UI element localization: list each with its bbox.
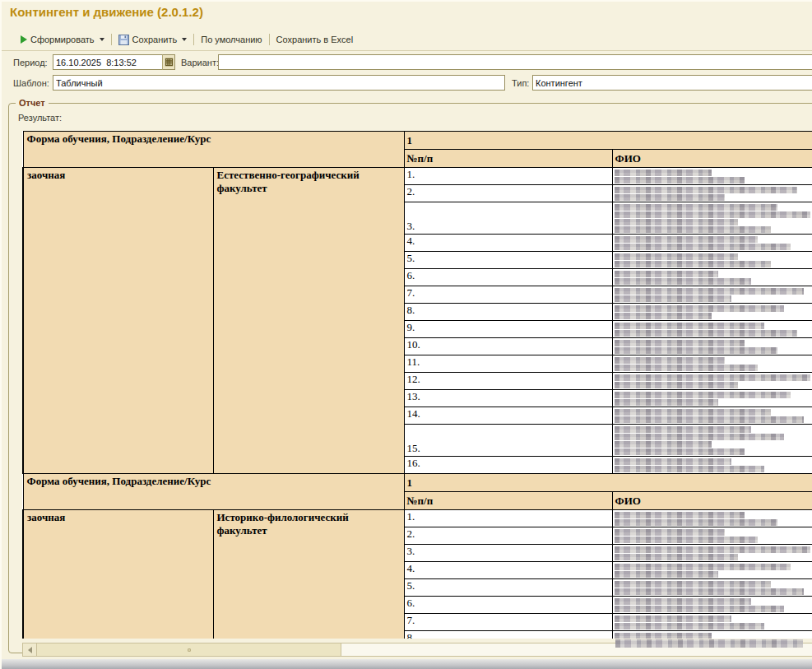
scrollbar-thumb[interactable]: [37, 643, 341, 656]
fio-cell[interactable]: [612, 252, 812, 269]
report-window: Контингент и движение (2.0.1.2) Сформиро…: [0, 0, 812, 669]
result-label: Результат:: [18, 113, 62, 123]
redacted-name: [615, 588, 804, 595]
row-number-cell[interactable]: 5.: [404, 252, 612, 269]
period-input[interactable]: [53, 54, 163, 70]
window-bottom-edge: [2, 659, 812, 669]
redacted-name: [615, 581, 771, 588]
row-number-cell[interactable]: 7.: [404, 286, 612, 304]
toolbar: Сформировать Сохранить По умолчанию Сохр…: [16, 31, 357, 48]
fio-cell[interactable]: [612, 269, 812, 286]
redacted-name: [615, 512, 745, 518]
form-cell[interactable]: заочная: [23, 168, 213, 474]
row-number-cell[interactable]: 10.: [404, 338, 612, 355]
fio-cell[interactable]: [612, 579, 812, 597]
redacted-name: [615, 606, 784, 612]
fio-cell[interactable]: [612, 286, 812, 304]
row-number-cell[interactable]: 14.: [404, 407, 612, 425]
redacted-name: [615, 288, 804, 295]
chevron-down-icon[interactable]: [182, 38, 187, 41]
row-number-cell[interactable]: 3.: [404, 202, 612, 235]
fio-header[interactable]: ФИО: [612, 150, 812, 168]
num-header[interactable]: №п/п: [404, 150, 612, 168]
redacted-name: [615, 416, 804, 423]
fio-cell[interactable]: [612, 355, 812, 373]
row-number-cell[interactable]: 2.: [404, 527, 612, 545]
fio-cell[interactable]: [612, 457, 812, 474]
redacted-name: [615, 529, 725, 536]
type-input[interactable]: [532, 75, 812, 91]
period-picker-button[interactable]: [162, 54, 175, 70]
save-button[interactable]: Сохранить: [114, 33, 192, 47]
redacted-name: [615, 392, 791, 398]
row-number-cell[interactable]: 11.: [404, 355, 612, 373]
report-grid[interactable]: Форма обучения, Подразделение/Курс1№п/пФ…: [22, 131, 812, 639]
floppy-disk-icon: [118, 35, 129, 45]
fio-cell[interactable]: [612, 373, 812, 390]
row-number-cell[interactable]: 6.: [404, 597, 612, 614]
row-number-cell[interactable]: 9.: [404, 321, 612, 338]
scroll-left-button[interactable]: [23, 643, 37, 656]
fio-cell[interactable]: [612, 168, 812, 185]
generate-button-label: Сформировать: [30, 35, 95, 44]
fio-cell[interactable]: [612, 407, 812, 425]
fio-cell[interactable]: [612, 304, 812, 321]
redacted-name: [615, 537, 758, 543]
redacted-name: [615, 434, 784, 440]
row-number-cell[interactable]: 1.: [404, 510, 612, 527]
course-header[interactable]: 1: [404, 474, 812, 492]
fio-cell[interactable]: [612, 545, 812, 562]
redacted-name: [615, 598, 751, 605]
row-number-cell[interactable]: 1.: [404, 168, 612, 185]
chevron-down-icon[interactable]: [100, 38, 104, 41]
department-cell[interactable]: Историко-филологический факультет: [213, 510, 404, 639]
department-cell[interactable]: Естественно-географический факультет: [213, 168, 404, 474]
row-number-cell[interactable]: 5.: [404, 579, 612, 597]
generate-button[interactable]: Сформировать: [16, 33, 109, 46]
row-number-cell[interactable]: 6.: [404, 269, 612, 286]
row-number-cell[interactable]: 13.: [404, 390, 612, 407]
fio-cell[interactable]: [612, 510, 812, 527]
redacted-name: [615, 466, 764, 472]
fio-cell[interactable]: [612, 202, 812, 235]
form-department-header[interactable]: Форма обучения, Подразделение/Курс: [23, 132, 404, 168]
redacted-name: [615, 323, 764, 329]
variant-input[interactable]: [218, 54, 812, 70]
redacted-name: [615, 357, 725, 364]
row-number-cell[interactable]: 8.: [404, 631, 612, 639]
fio-cell[interactable]: [612, 631, 812, 639]
row-number-cell[interactable]: 8.: [404, 304, 612, 321]
template-input[interactable]: [53, 75, 505, 91]
form-department-header[interactable]: Форма обучения, Подразделение/Курс: [23, 474, 404, 510]
row-number-cell[interactable]: 7.: [404, 614, 612, 631]
row-number-cell[interactable]: 4.: [404, 562, 612, 579]
fio-cell[interactable]: [612, 390, 812, 407]
fio-cell[interactable]: [612, 614, 812, 631]
fio-cell[interactable]: [612, 597, 812, 614]
course-header[interactable]: 1: [404, 132, 812, 150]
save-excel-button[interactable]: Сохранить в Excel: [272, 33, 358, 46]
row-number-cell[interactable]: 2.: [404, 185, 612, 202]
redacted-name: [615, 271, 718, 277]
row-number-cell[interactable]: 3.: [404, 545, 612, 562]
fio-header[interactable]: ФИО: [612, 492, 812, 510]
num-header[interactable]: №п/п: [404, 492, 612, 510]
row-number-cell[interactable]: 15.: [404, 425, 612, 457]
fio-cell[interactable]: [612, 235, 812, 252]
fio-cell[interactable]: [612, 527, 812, 545]
fio-cell[interactable]: [612, 338, 812, 355]
fio-cell[interactable]: [612, 562, 812, 579]
row-number-cell[interactable]: 4.: [404, 235, 612, 252]
fio-cell[interactable]: [612, 185, 812, 202]
row-number-cell[interactable]: 12.: [404, 373, 612, 390]
row-number-cell[interactable]: 16.: [404, 457, 612, 474]
default-button[interactable]: По умолчанию: [197, 33, 266, 46]
redacted-name: [615, 340, 745, 346]
redacted-name: [615, 187, 797, 193]
redacted-name: [615, 261, 771, 267]
redacted-name: [615, 633, 712, 639]
fio-cell[interactable]: [612, 321, 812, 338]
redacted-name: [615, 253, 738, 260]
fio-cell[interactable]: [612, 425, 812, 457]
form-cell[interactable]: заочная: [23, 510, 213, 639]
